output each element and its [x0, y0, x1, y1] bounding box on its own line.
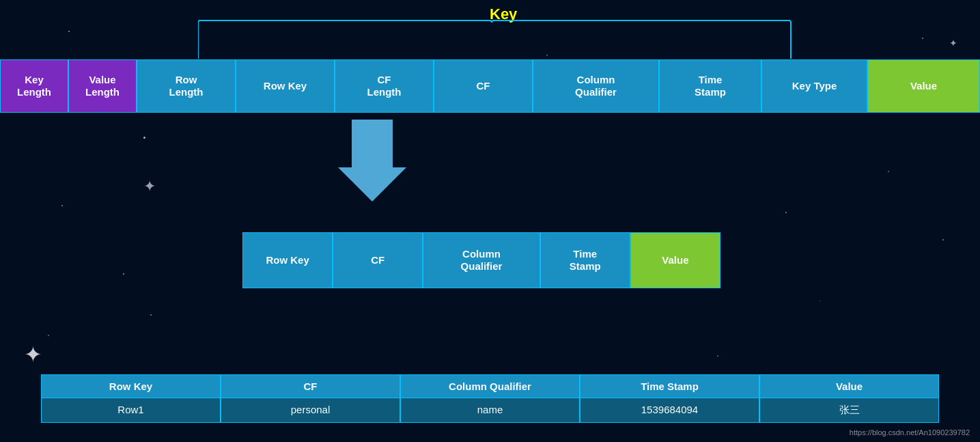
cell-column-qualifier: ColumnQualifier: [533, 59, 659, 113]
mid-cell-time-stamp: TimeStamp: [540, 232, 630, 288]
cell-row-length: RowLength: [137, 59, 236, 113]
th-value: Value: [759, 375, 938, 398]
key-brace: [198, 19, 792, 59]
down-arrow: [338, 120, 406, 202]
cell-value-length: ValueLength: [68, 59, 137, 113]
th-column-qualifier: Column Qualifier: [400, 375, 580, 398]
cell-cf: CF: [434, 59, 533, 113]
sparkle-star-1: ✦: [24, 342, 42, 368]
td-column-qualifier: name: [400, 398, 580, 422]
mid-cell-row-key: Row Key: [242, 232, 333, 288]
cell-time-stamp: TimeStamp: [659, 59, 761, 113]
top-row: KeyLength ValueLength RowLength Row Key …: [0, 59, 980, 113]
cell-cf-length: CFLength: [335, 59, 434, 113]
cell-key-length: KeyLength: [0, 59, 68, 113]
svg-marker-2: [338, 120, 406, 202]
th-cf: CF: [221, 375, 400, 398]
td-row-key: Row1: [42, 398, 221, 422]
mid-cell-value: Value: [630, 232, 720, 288]
td-cf: personal: [221, 398, 400, 422]
table-data-row-1: Row1 personal name 1539684094 张三: [41, 398, 939, 423]
td-time-stamp: 1539684094: [580, 398, 759, 422]
td-value: 张三: [759, 398, 938, 422]
cell-value-top: Value: [867, 59, 980, 113]
th-time-stamp: Time Stamp: [580, 375, 759, 398]
th-row-key: Row Key: [42, 375, 221, 398]
mid-row: Row Key CF ColumnQualifier TimeStamp Val…: [242, 232, 720, 288]
mid-cell-column-qualifier: ColumnQualifier: [423, 232, 540, 288]
sparkle-star-4: ✦: [949, 38, 957, 49]
table-header-row: Row Key CF Column Qualifier Time Stamp V…: [41, 374, 939, 398]
cell-key-type: Key Type: [761, 59, 867, 113]
sparkle-star-2: ✦: [143, 178, 156, 195]
mid-cell-cf: CF: [333, 232, 423, 288]
watermark: https://blog.csdn.net/An1090239782: [850, 428, 970, 437]
bottom-table: Row Key CF Column Qualifier Time Stamp V…: [41, 374, 939, 423]
cell-row-key: Row Key: [236, 59, 335, 113]
